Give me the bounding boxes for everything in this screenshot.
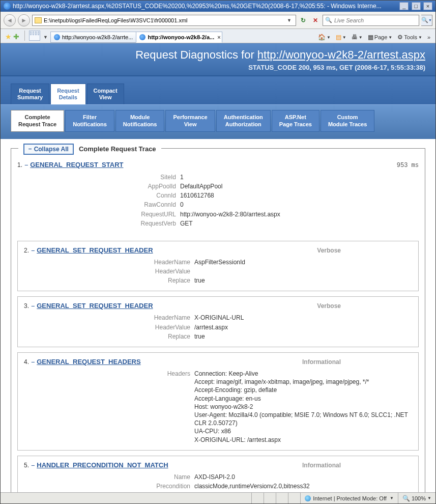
property-key: HeaderName [24, 314, 194, 322]
property-value: DefaultAppPool [180, 182, 419, 190]
property-key: Replace [24, 332, 194, 341]
back-button[interactable]: ◄ [4, 14, 16, 26]
tools-menu[interactable]: ⚙Tools▼ [395, 34, 424, 41]
event-level: Verbose [317, 247, 412, 254]
event-name[interactable]: GENERAL_REQUEST_HEADERS [37, 358, 140, 366]
close-button[interactable]: × [423, 2, 432, 10]
feeds-button[interactable]: ▤▼ [334, 34, 348, 41]
property-key: HeaderName [24, 258, 194, 266]
trace-event: 1.−GENERAL_REQUEST_START953 msSiteId1App… [17, 156, 419, 234]
main-tabs: RequestSummaryRequestDetailsCompactView [11, 83, 425, 104]
property-row: HeaderValue/arrtest.aspx [24, 323, 412, 331]
property-key: RawConnId [17, 201, 180, 209]
sub-tab[interactable]: CustomModule Traces [321, 110, 374, 131]
property-value: Connection: Keep-AliveAccept: image/gif,… [194, 370, 412, 444]
property-row: HeaderNameAspFilterSessionId [24, 258, 412, 266]
collapse-all-button[interactable]: −Collapse All [23, 144, 74, 155]
property-key: Precondition [24, 482, 194, 490]
forward-button[interactable]: ► [18, 14, 30, 26]
main-tab[interactable]: CompactView [87, 83, 124, 104]
section-title: Complete Request Trace [79, 145, 156, 153]
property-key: RequestVerb [17, 219, 180, 228]
sub-tab[interactable]: AuthenticationAuthorization [216, 110, 271, 131]
status-segment [288, 493, 300, 503]
tabs-dropdown-icon[interactable]: ▼ [43, 35, 49, 40]
status-segment [276, 493, 288, 503]
main-tab[interactable]: RequestDetails [50, 83, 85, 104]
property-value [194, 267, 412, 275]
home-button[interactable]: 🏠▼ [316, 34, 333, 41]
event-name[interactable]: GENERAL_REQUEST_START [30, 161, 123, 169]
maximize-button[interactable]: □ [412, 2, 421, 10]
command-overflow[interactable]: » [425, 34, 432, 40]
search-input[interactable] [334, 17, 417, 23]
address-bar[interactable]: ▼ [32, 15, 296, 26]
property-value: 1 [180, 173, 419, 181]
trace-event: 2.−GENERAL_SET_REQUEST_HEADERVerboseHead… [17, 241, 419, 292]
event-name[interactable]: HANDLER_PRECONDITION_NOT_MATCH [37, 461, 168, 469]
sub-tab[interactable]: CompleteRequest Trace [11, 110, 64, 131]
sub-tab[interactable]: PerformanceView [165, 110, 215, 131]
property-row: SiteId1 [17, 173, 419, 181]
divider [24, 31, 25, 41]
sub-tab[interactable]: FilterNotifications [65, 110, 114, 131]
print-button[interactable]: 🖶▼ [350, 34, 365, 41]
property-key: ConnId [17, 191, 180, 200]
window-title-bar: http://wonyoo-w2k8-2/arrtest.aspx,%20STA… [1, 1, 435, 12]
status-segment [264, 493, 276, 503]
property-row: ConnId1610612768 [17, 191, 419, 200]
address-dropdown-icon[interactable]: ▼ [285, 18, 294, 23]
status-zone[interactable]: Internet | Protected Mode: Off ▼ [300, 493, 398, 503]
status-message [1, 493, 251, 503]
trace-event: 4.−GENERAL_REQUEST_HEADERSInformationalH… [17, 352, 419, 451]
globe-icon [305, 495, 311, 501]
ie-icon [139, 34, 146, 40]
search-go-button[interactable]: 🔍▼ [421, 15, 432, 26]
property-key: Replace [24, 276, 194, 285]
browser-tab[interactable]: http://wonyoo-w2k8-2/a...× [136, 32, 222, 43]
status-segment [251, 493, 264, 503]
event-number: 2. [24, 247, 29, 254]
request-url-link[interactable]: http://wonyoo-w2k8-2/arrtest.aspx [257, 48, 425, 61]
main-tab[interactable]: RequestSummary [11, 83, 49, 104]
trace-fieldset: −Collapse All Complete Request Trace 1.−… [11, 148, 425, 492]
event-toggle[interactable]: − [31, 247, 35, 254]
ie-icon [54, 34, 60, 40]
status-bar: Internet | Protected Mode: Off ▼ 🔍100% ▼ [1, 492, 435, 503]
search-box[interactable]: 🔍 [323, 15, 419, 26]
event-name[interactable]: GENERAL_SET_REQUEST_HEADER [37, 302, 153, 310]
sub-tab[interactable]: ASP.NetPage Traces [272, 110, 319, 131]
property-row: RequestURLhttp://wonyoo-w2k8-2:80/arrtes… [17, 210, 419, 218]
favorites-icon[interactable]: ★ [5, 33, 12, 41]
event-time: 953 ms [397, 162, 419, 169]
sub-tab[interactable]: ModuleNotifications [115, 110, 165, 131]
trace-event: 3.−GENERAL_SET_REQUEST_HEADERVerboseHead… [17, 296, 419, 347]
property-value: true [194, 332, 412, 341]
property-row: PreconditionclassicMode,runtimeVersionv2… [24, 482, 412, 490]
event-toggle[interactable]: − [31, 302, 35, 310]
diagnostics-subtitle: STATUS_CODE 200, 953 ms, GET (2008-6-17,… [11, 64, 425, 71]
quick-tabs-button[interactable] [29, 31, 40, 41]
event-toggle[interactable]: − [31, 462, 35, 469]
event-toggle[interactable]: − [24, 161, 28, 169]
property-value: AspFilterSessionId [194, 258, 412, 266]
event-name[interactable]: GENERAL_SET_REQUEST_HEADER [37, 246, 153, 254]
stop-button[interactable]: ✕ [310, 15, 321, 25]
address-input[interactable] [44, 17, 285, 23]
minimize-button[interactable]: _ [399, 2, 409, 10]
event-level: Informational [302, 358, 412, 366]
browser-tab[interactable]: http://wonyoo-w2k8-2/arrte... [50, 32, 136, 43]
add-favorite-icon[interactable]: ✚ [13, 33, 19, 41]
search-icon: 🔍 [325, 17, 332, 23]
property-key: RequestURL [17, 210, 180, 218]
property-value: GET [180, 219, 419, 228]
page-menu[interactable]: ▦Page▼ [366, 34, 395, 41]
refresh-button[interactable]: ↻ [298, 15, 308, 25]
close-tab-icon[interactable]: × [217, 34, 220, 40]
zoom-control[interactable]: 🔍100% ▼ [398, 493, 435, 503]
tab-label: http://wonyoo-w2k8-2/arrte... [62, 34, 133, 40]
event-toggle[interactable]: − [31, 358, 35, 366]
page-content: Request Diagnostics for http://wonyoo-w2… [1, 43, 435, 492]
event-number: 1. [17, 161, 22, 169]
property-key: AppPoolId [17, 182, 180, 190]
